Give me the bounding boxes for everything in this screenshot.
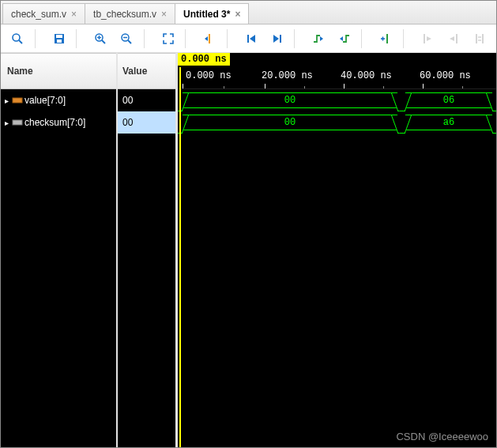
- time-ruler[interactable]: 0.000 ns 20.000 ns 40.000 ns 60.000 ns: [178, 67, 496, 89]
- bus-segment: 00: [183, 92, 397, 108]
- signal-panel: Name ▸ value[7:0] ▸ checksum[7:0]: [1, 53, 178, 447]
- go-to-cursor-button[interactable]: [198, 28, 222, 50]
- value-rows: 00 00: [118, 89, 175, 447]
- bus-icon: [12, 117, 23, 128]
- zoom-out-button[interactable]: [115, 28, 139, 50]
- expand-icon[interactable]: ▸: [2, 96, 10, 105]
- svg-rect-21: [482, 34, 484, 43]
- tab-tb-checksum[interactable]: tb_checksum.v ×: [85, 3, 175, 24]
- close-icon[interactable]: ×: [161, 9, 167, 20]
- bus-segment: 06: [405, 92, 492, 108]
- cursor-line[interactable]: [179, 67, 181, 447]
- ruler-tick: 60.000 ns: [420, 70, 471, 81]
- svg-rect-20: [476, 34, 477, 43]
- bus-value: a6: [443, 117, 454, 128]
- ruler-tick: 20.000 ns: [262, 70, 313, 81]
- svg-rect-23: [13, 120, 22, 125]
- signal-name: value[7:0]: [24, 95, 66, 106]
- svg-rect-19: [456, 34, 457, 43]
- bus-segment: a6: [405, 115, 492, 130]
- name-column: Name ▸ value[7:0] ▸ checksum[7:0]: [1, 53, 118, 447]
- name-rows: ▸ value[7:0] ▸ checksum[7:0]: [1, 89, 116, 447]
- bus-icon: [12, 95, 23, 106]
- main-area: Name ▸ value[7:0] ▸ checksum[7:0]: [1, 53, 496, 447]
- signal-name: checksum[7:0]: [24, 117, 85, 128]
- signal-value[interactable]: 00: [118, 111, 175, 134]
- signal-row-checksum[interactable]: ▸ checksum[7:0]: [1, 111, 116, 134]
- separator: [361, 29, 369, 48]
- separator: [185, 29, 193, 48]
- expand-icon[interactable]: ▸: [2, 119, 10, 127]
- waveform-area[interactable]: 0.000 ns 0.000 ns 20.000 ns 40.000 ns 60…: [178, 53, 496, 447]
- search-button[interactable]: [6, 28, 30, 50]
- bus-segment: 00: [183, 115, 397, 130]
- separator: [76, 29, 84, 48]
- go-to-start-button[interactable]: [239, 28, 263, 50]
- wave-lane-checksum[interactable]: 00 a6: [178, 111, 496, 134]
- bus-value: 00: [284, 95, 296, 106]
- ruler-tick: 0.000 ns: [186, 70, 232, 81]
- tab-label: Untitled 3*: [183, 9, 230, 20]
- svg-point-0: [13, 34, 20, 41]
- tab-label: tb_checksum.v: [93, 9, 156, 20]
- bus-value: 00: [284, 117, 296, 128]
- next-transition-button[interactable]: [333, 28, 357, 50]
- wave-lane-value[interactable]: 00 06: [178, 89, 496, 111]
- tab-check-sum[interactable]: check_sum.v ×: [2, 3, 85, 24]
- save-button[interactable]: [47, 28, 72, 50]
- zoom-in-button[interactable]: [88, 28, 113, 50]
- value-column: Value 00 00: [118, 53, 178, 447]
- tab-label: check_sum.v: [11, 9, 66, 20]
- svg-rect-15: [386, 34, 388, 43]
- toolbar: [1, 24, 496, 53]
- add-marker-button[interactable]: [374, 28, 398, 50]
- prev-marker-button: [416, 28, 440, 50]
- signal-row-value[interactable]: ▸ value[7:0]: [1, 89, 116, 111]
- separator: [144, 29, 152, 48]
- svg-rect-13: [247, 35, 249, 43]
- separator: [294, 29, 302, 48]
- value-text: 00: [122, 95, 133, 106]
- separator: [227, 29, 235, 48]
- value-text: 00: [122, 117, 133, 128]
- watermark: CSDN @Iceeeewoo: [396, 431, 488, 442]
- ruler-tick: 40.000 ns: [341, 70, 392, 81]
- close-icon[interactable]: ×: [71, 9, 77, 20]
- tab-untitled-3[interactable]: Untitled 3* ×: [175, 3, 249, 24]
- svg-rect-12: [209, 34, 210, 43]
- svg-line-6: [102, 40, 105, 43]
- cursor-time-tag[interactable]: 0.000 ns: [178, 53, 230, 66]
- name-column-header[interactable]: Name: [1, 53, 116, 89]
- tab-bar: check_sum.v × tb_checksum.v × Untitled 3…: [1, 1, 496, 24]
- go-to-end-button[interactable]: [265, 28, 289, 50]
- prev-transition-button[interactable]: [307, 28, 331, 50]
- next-marker-button: [441, 28, 465, 50]
- svg-rect-14: [280, 35, 281, 43]
- cursor-bar: 0.000 ns: [178, 53, 496, 67]
- value-column-header[interactable]: Value: [118, 53, 175, 89]
- svg-rect-22: [13, 98, 22, 103]
- swap-markers-button: [467, 28, 491, 50]
- bus-value: 06: [443, 95, 454, 106]
- signal-value[interactable]: 00: [118, 89, 175, 111]
- svg-line-1: [19, 40, 22, 43]
- close-icon[interactable]: ×: [235, 9, 240, 20]
- svg-rect-18: [424, 34, 425, 43]
- zoom-fit-button[interactable]: [156, 28, 180, 50]
- svg-rect-3: [56, 35, 62, 38]
- svg-line-10: [128, 40, 131, 43]
- separator: [403, 29, 411, 48]
- svg-rect-4: [57, 40, 62, 43]
- wave-lanes: 00 06 00 a6: [178, 89, 496, 134]
- separator: [35, 29, 43, 48]
